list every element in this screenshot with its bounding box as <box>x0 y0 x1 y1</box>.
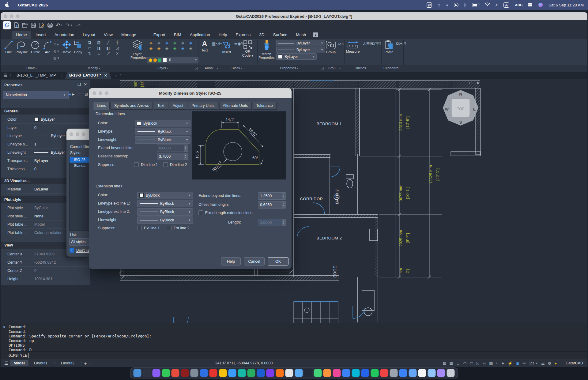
minimize-window-icon[interactable] <box>10 14 13 18</box>
utilities-extra-tools-2[interactable]: ⧉◳◱ <box>372 40 381 47</box>
dock-app-icon[interactable] <box>219 369 227 377</box>
lineweight-combo[interactable]: ByLayer▼ <box>276 47 325 53</box>
ext-line-1-checkbox[interactable]: Ext line 1 <box>137 226 160 230</box>
customize-qat-icon[interactable]: ⌄≡ <box>75 23 81 27</box>
control-center-icon[interactable] <box>528 3 533 7</box>
status-menu-icon[interactable]: ☰ <box>4 361 8 366</box>
layout2-tab[interactable]: Layout2 <box>57 360 78 366</box>
dont-list-checkbox[interactable]: Don't lis <box>70 248 89 253</box>
match-properties-tool[interactable]: Match Properties <box>258 39 274 59</box>
spotlight-search-icon[interactable]: ⌕ <box>496 2 498 8</box>
property-row[interactable]: Height10914.381 <box>7 275 88 283</box>
tab-alternate-units[interactable]: Alternate Units <box>219 102 252 110</box>
menubar-clock[interactable]: Sat 6 Sep 11:28 AM <box>548 3 584 7</box>
dock-app-icon[interactable] <box>361 369 369 377</box>
add-layout-icon[interactable]: + <box>84 361 87 366</box>
ext-color-dropdown[interactable]: ByBlock▼ <box>137 192 193 199</box>
macos-dock[interactable] <box>130 367 458 378</box>
redo-icon[interactable]: ↷ <box>66 22 70 28</box>
dock-app-icon[interactable] <box>342 369 350 377</box>
dock-app-icon[interactable] <box>323 369 331 377</box>
move-tool[interactable]: Move <box>61 40 73 54</box>
fast-forward-icon[interactable]: » <box>446 3 448 7</box>
circle-tool[interactable]: Circle <box>29 40 42 54</box>
property-row[interactable]: Center Z0 <box>7 266 88 275</box>
palette-close-icon[interactable]: ✕ <box>84 82 87 87</box>
dock-app-icon[interactable] <box>399 369 407 377</box>
ribbon-tab-export[interactable]: Export <box>149 31 170 39</box>
dock-app-icon[interactable] <box>190 369 198 377</box>
panel-label-block[interactable]: Block▾ <box>232 66 242 70</box>
tab-adjust[interactable]: Adjust <box>169 102 187 110</box>
dock-app-icon[interactable] <box>447 369 455 377</box>
panel-label-properties[interactable]: Properties▾ <box>280 66 298 70</box>
property-row[interactable]: Center Y-56249.8342 <box>7 258 88 267</box>
compass-e[interactable]: E <box>473 107 476 111</box>
dock-app-icon[interactable] <box>228 369 236 377</box>
bluetooth-icon[interactable]: ᛒ <box>464 3 466 7</box>
layer-mini-grid[interactable]: ◈◈◈◈◈◈◈◈◈◈◈◈ <box>147 40 195 51</box>
ribbon-tab-layout[interactable]: Layout <box>78 31 100 39</box>
dock-app-icon[interactable] <box>314 369 322 377</box>
panel-label-layer[interactable]: Layer▾ <box>157 66 168 70</box>
compass-w[interactable]: W <box>445 107 449 111</box>
ribbon-tab-bim[interactable]: BIM <box>170 31 186 39</box>
layer-combo[interactable]: 0 ▼ <box>147 57 199 63</box>
style-item[interactable]: Standa <box>70 163 89 168</box>
ribbon-tab-3d[interactable]: 3D <box>255 31 269 39</box>
dim-color-dropdown[interactable]: ByBlock ▼ <box>135 120 190 127</box>
dock-app-icon[interactable] <box>295 369 303 377</box>
ribbon-tab-export[interactable] <box>141 36 149 39</box>
tab-tolerance[interactable]: Tolerance <box>253 102 277 110</box>
style-item-selected[interactable]: ISO-25 <box>70 157 89 163</box>
spinner[interactable]: ▲▼ <box>282 192 286 200</box>
dock-app-icon[interactable] <box>352 369 360 377</box>
document-tab-2-active[interactable]: B-13-3_LAYOUT * ✕ <box>65 72 111 79</box>
property-row[interactable]: Color ByLayer <box>7 115 88 124</box>
dock-app-icon[interactable] <box>153 369 160 377</box>
arc-tool[interactable]: Arc <box>42 40 53 54</box>
minimize-window-icon[interactable] <box>76 132 79 136</box>
dock-app-icon[interactable] <box>418 369 426 377</box>
dock-app-icon[interactable] <box>304 369 312 377</box>
section-general[interactable]: General <box>1 108 90 115</box>
list-dropdown[interactable]: All styles <box>69 238 89 246</box>
tab-text[interactable]: Text <box>154 102 168 110</box>
wifi-icon[interactable] <box>485 2 490 7</box>
style-manager-titlebar[interactable] <box>66 129 89 140</box>
group-tool[interactable]: Group <box>325 40 337 54</box>
dialog-titlebar[interactable]: Modify Dimension Style: ISO-25 <box>89 88 292 98</box>
document-tab-1[interactable]: B-13-3_L..._TMP_TMP <box>13 73 59 77</box>
ribbon-collapse-icon[interactable]: ▲ <box>313 32 318 37</box>
menubar-app-name[interactable]: GstarCAD 2026 <box>18 3 48 7</box>
panel-label-groups[interactable]: Grou...▾ <box>328 66 341 70</box>
dock-app-icon[interactable] <box>162 369 170 377</box>
minimize-window-icon[interactable] <box>99 91 102 95</box>
panel-label-modify[interactable]: Modify▾ <box>88 66 100 70</box>
new-tab-icon[interactable]: + <box>115 73 117 78</box>
ribbon-tab-manage[interactable]: Manage <box>117 31 141 39</box>
ribbon-tab-annotation[interactable]: Annotation <box>50 31 79 39</box>
status-toggle-icons-2[interactable]: ☰⚙● <box>541 361 557 366</box>
tab-symbols-arrows[interactable]: Symbols and Arrows <box>111 102 153 110</box>
command-input[interactable]: DIMSTYLE <box>7 352 587 358</box>
new-file-icon[interactable] <box>14 22 19 28</box>
zoom-window-icon[interactable] <box>82 132 85 136</box>
ribbon-tab-express[interactable]: Express <box>232 31 255 39</box>
dock-app-icon[interactable] <box>409 369 417 377</box>
measure-tool[interactable]: Measure <box>345 40 360 53</box>
ok-button[interactable]: OK <box>268 257 288 265</box>
window-titlebar[interactable]: GstarCAD2026 Professional Expired - [B-1… <box>1 12 587 20</box>
ribbon-tab-view[interactable]: View <box>100 31 117 39</box>
close-command-icon[interactable]: ✕ <box>3 325 6 329</box>
zoom-window-icon[interactable] <box>16 14 20 18</box>
view-compass[interactable]: TOP N E S W <box>443 90 478 126</box>
ext-linetype1-dropdown[interactable]: ByBlock▼ <box>137 200 193 207</box>
ext-lineweight-dropdown[interactable]: ByBlock▼ <box>137 216 193 224</box>
linetype-combo[interactable]: ByLayer▼ <box>276 40 325 46</box>
fixed-length-checkbox[interactable]: Fixed length extension lines <box>198 210 252 215</box>
panel-label-utilities[interactable]: Utilities <box>355 66 366 70</box>
polyline-tool[interactable]: Polyline <box>15 40 29 54</box>
tab-lines[interactable]: Lines <box>93 102 110 110</box>
panel-label-draw[interactable]: Draw▾ <box>26 66 37 70</box>
